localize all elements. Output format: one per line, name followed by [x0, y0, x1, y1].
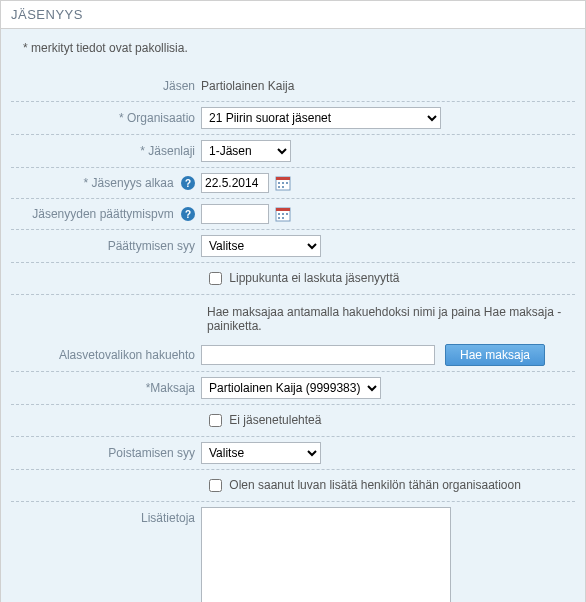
- help-icon[interactable]: ?: [181, 207, 195, 221]
- svg-rect-10: [282, 213, 284, 215]
- divider: [11, 469, 575, 470]
- input-start-date[interactable]: [201, 173, 269, 193]
- label-payer: *Maksaja: [11, 381, 201, 395]
- panel-title: JÄSENYYS: [11, 7, 83, 22]
- divider: [11, 167, 575, 168]
- svg-rect-3: [282, 182, 284, 184]
- row-organisation: * Organisaatio 21 Piirin suorat jäsenet: [1, 104, 585, 132]
- divider: [11, 134, 575, 135]
- svg-rect-5: [278, 186, 280, 188]
- row-search-term: Alasvetovalikon hakuehto Hae maksaja: [1, 341, 585, 369]
- label-end-reason: Päättymisen syy: [11, 239, 201, 253]
- divider: [11, 294, 575, 295]
- svg-rect-9: [278, 213, 280, 215]
- label-permission: Olen saanut luvan lisätä henkilön tähän …: [229, 478, 521, 492]
- payer-search-info: Hae maksajaa antamalla hakuehdoksi nimi …: [1, 297, 585, 341]
- label-member-type: * Jäsenlaji: [11, 144, 201, 158]
- divider: [11, 371, 575, 372]
- divider: [11, 101, 575, 102]
- label-removal-reason: Poistamisen syy: [11, 446, 201, 460]
- label-additional-info: Lisätietoja: [11, 507, 201, 525]
- help-icon[interactable]: ?: [181, 176, 195, 190]
- required-note: * merkityt tiedot ovat pakollisia.: [1, 29, 585, 73]
- row-member-type: * Jäsenlaji 1-Jäsen: [1, 137, 585, 165]
- checkbox-no-newsletter[interactable]: [209, 414, 222, 427]
- calendar-icon[interactable]: [275, 175, 291, 191]
- label-no-invoice: Lippukunta ei laskuta jäsenyyttä: [229, 271, 399, 285]
- svg-rect-8: [276, 208, 290, 211]
- row-additional-info: Lisätietoja: [1, 504, 585, 602]
- row-start-date: * Jäsenyys alkaa ?: [1, 170, 585, 196]
- label-search-term: Alasvetovalikon hakuehto: [11, 348, 201, 362]
- label-end-date: Jäsenyyden päättymispvm ?: [11, 207, 201, 222]
- checkbox-no-invoice[interactable]: [209, 272, 222, 285]
- select-payer[interactable]: Partiolainen Kaija (9999383): [201, 377, 381, 399]
- label-organisation: * Organisaatio: [11, 111, 201, 125]
- label-start-date: * Jäsenyys alkaa ?: [11, 176, 201, 191]
- svg-rect-11: [286, 213, 288, 215]
- input-end-date[interactable]: [201, 204, 269, 224]
- textarea-additional-info[interactable]: [201, 507, 451, 602]
- input-search-term[interactable]: [201, 345, 435, 365]
- svg-rect-13: [282, 217, 284, 219]
- select-organisation[interactable]: 21 Piirin suorat jäsenet: [201, 107, 441, 129]
- svg-rect-2: [278, 182, 280, 184]
- row-no-newsletter: Ei jäsenetulehteä: [1, 407, 585, 434]
- row-end-reason: Päättymisen syy Valitse: [1, 232, 585, 260]
- row-removal-reason: Poistamisen syy Valitse: [1, 439, 585, 467]
- divider: [11, 501, 575, 502]
- divider: [11, 262, 575, 263]
- divider: [11, 436, 575, 437]
- search-payer-button[interactable]: Hae maksaja: [445, 344, 545, 366]
- membership-panel: JÄSENYYS * merkityt tiedot ovat pakollis…: [0, 0, 586, 602]
- panel-header: JÄSENYYS: [1, 1, 585, 29]
- label-no-newsletter: Ei jäsenetulehteä: [229, 413, 321, 427]
- row-no-invoice: Lippukunta ei laskuta jäsenyyttä: [1, 265, 585, 292]
- svg-rect-6: [282, 186, 284, 188]
- checkbox-permission[interactable]: [209, 479, 222, 492]
- divider: [11, 404, 575, 405]
- select-end-reason[interactable]: Valitse: [201, 235, 321, 257]
- svg-rect-1: [276, 177, 290, 180]
- row-end-date: Jäsenyyden päättymispvm ?: [1, 201, 585, 227]
- row-member: Jäsen Partiolainen Kaija: [1, 73, 585, 99]
- label-member: Jäsen: [11, 79, 201, 93]
- svg-rect-4: [286, 182, 288, 184]
- select-member-type[interactable]: 1-Jäsen: [201, 140, 291, 162]
- value-member: Partiolainen Kaija: [201, 79, 294, 93]
- select-removal-reason[interactable]: Valitse: [201, 442, 321, 464]
- divider: [11, 198, 575, 199]
- divider: [11, 229, 575, 230]
- row-payer: *Maksaja Partiolainen Kaija (9999383): [1, 374, 585, 402]
- calendar-icon[interactable]: [275, 206, 291, 222]
- row-permission: Olen saanut luvan lisätä henkilön tähän …: [1, 472, 585, 499]
- svg-rect-12: [278, 217, 280, 219]
